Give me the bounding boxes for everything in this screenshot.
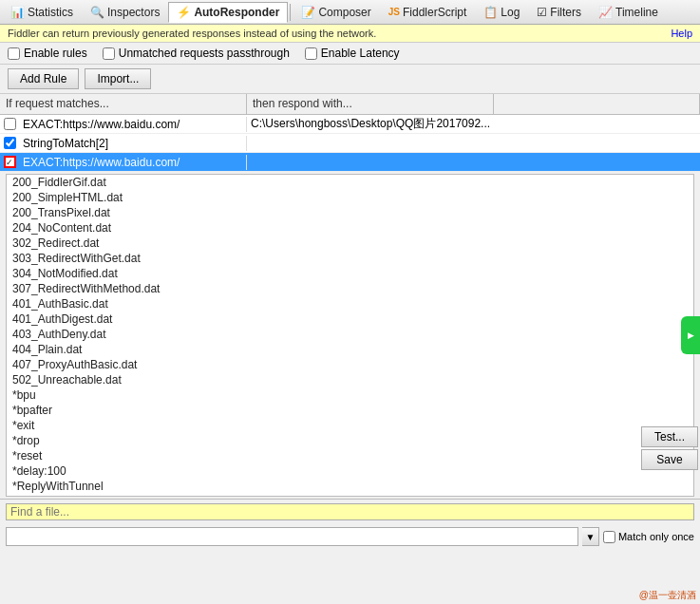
tab-composer[interactable]: 📝 Composer bbox=[293, 2, 379, 23]
table-row[interactable]: ✓ EXACT:https://www.baidu.com/ bbox=[0, 153, 700, 172]
enable-latency-label: Enable Latency bbox=[321, 47, 400, 60]
enable-latency-checkbox[interactable] bbox=[305, 47, 317, 60]
tab-filters[interactable]: ☑ Filters bbox=[528, 2, 590, 23]
combo-row: ▼ Match only once bbox=[0, 524, 700, 549]
tab-statistics[interactable]: 📊 Statistics bbox=[2, 2, 82, 23]
tab-timeline[interactable]: 📈 Timeline bbox=[590, 2, 667, 23]
dropdown-item[interactable]: *delay:100 bbox=[7, 463, 693, 479]
dropdown-item[interactable]: *reset bbox=[7, 448, 693, 463]
tab-autoresponder[interactable]: ⚡ AutoResponder bbox=[168, 2, 288, 23]
unmatched-passthrough-checkbox[interactable] bbox=[103, 47, 115, 60]
match-only-once-label: Match only once bbox=[618, 531, 694, 542]
options-bar: Enable rules Unmatched requests passthro… bbox=[0, 43, 700, 65]
col-respond-header: then respond with... bbox=[247, 94, 494, 114]
dropdown-item[interactable]: 401_AuthBasic.dat bbox=[7, 296, 693, 311]
dropdown-item[interactable]: 404_Plain.dat bbox=[7, 342, 693, 357]
col-extra-header bbox=[494, 94, 700, 114]
tab-inspectors[interactable]: 🔍 Inspectors bbox=[82, 2, 168, 23]
dropdown-item[interactable]: *bpu bbox=[7, 387, 693, 403]
response-dropdown-panel[interactable]: 200_FiddlerGif.dat200_SimpleHTML.dat200_… bbox=[6, 174, 694, 497]
dropdown-item[interactable]: 302_Redirect.dat bbox=[7, 236, 693, 251]
green-button-icon: ▶ bbox=[686, 330, 695, 340]
unmatched-passthrough-label: Unmatched requests passthrough bbox=[119, 47, 290, 60]
main-content: 200_FiddlerGif.dat200_SimpleHTML.dat200_… bbox=[0, 174, 700, 497]
timeline-icon: 📈 bbox=[598, 6, 613, 19]
dropdown-item[interactable]: 403_AuthDeny.dat bbox=[7, 327, 693, 342]
dropdown-item[interactable]: 303_RedirectWithGet.dat bbox=[7, 251, 693, 266]
dropdown-item[interactable]: 401_AuthDigest.dat bbox=[7, 311, 693, 327]
enable-rules-label: Enable rules bbox=[24, 47, 87, 60]
find-file-input[interactable] bbox=[6, 503, 694, 520]
response-combo-input[interactable] bbox=[6, 527, 578, 546]
filters-icon: ☑ bbox=[537, 6, 547, 19]
row-3-response bbox=[247, 161, 700, 163]
dropdown-item[interactable]: 304_NotModified.dat bbox=[7, 266, 693, 281]
dropdown-item[interactable]: 200_SimpleHTML.dat bbox=[7, 190, 693, 205]
dropdown-item[interactable]: *exit bbox=[7, 418, 693, 433]
row-1-checkbox[interactable] bbox=[4, 118, 16, 130]
tab-log[interactable]: 📋 Log bbox=[475, 2, 528, 23]
test-button[interactable]: Test... bbox=[641, 426, 698, 447]
watermark: @温一壶清酒 bbox=[639, 589, 696, 602]
dropdown-item[interactable]: 200_TransPixel.dat bbox=[7, 205, 693, 220]
save-button[interactable]: Save bbox=[641, 449, 698, 470]
bottom-area: ▼ Match only once bbox=[0, 499, 700, 549]
dropdown-item[interactable]: 204_NoContent.dat bbox=[7, 220, 693, 236]
match-only-once-checkbox[interactable] bbox=[603, 531, 615, 543]
right-buttons: Test... Save bbox=[639, 425, 700, 472]
dropdown-item[interactable]: *CORSPreflight Allow bbox=[7, 494, 693, 497]
enable-latency-option[interactable]: Enable Latency bbox=[305, 47, 400, 60]
dropdown-item[interactable]: 200_FiddlerGif.dat bbox=[7, 175, 693, 190]
toolbar: 📊 Statistics 🔍 Inspectors ⚡ AutoResponde… bbox=[0, 0, 700, 25]
row-2-checkbox-cell[interactable] bbox=[0, 137, 19, 149]
combo-dropdown-arrow[interactable]: ▼ bbox=[582, 527, 599, 546]
table-row[interactable]: StringToMatch[2] bbox=[0, 134, 700, 153]
row-2-match: StringToMatch[2] bbox=[19, 136, 247, 151]
row-1-checkbox-cell[interactable] bbox=[0, 118, 19, 130]
dropdown-item[interactable]: 407_ProxyAuthBasic.dat bbox=[7, 357, 693, 372]
autoresponder-icon: ⚡ bbox=[177, 6, 191, 19]
green-side-button[interactable]: ▶ bbox=[681, 316, 700, 354]
dropdown-item[interactable]: *drop bbox=[7, 433, 693, 448]
composer-icon: 📝 bbox=[301, 6, 315, 19]
row-3-match: EXACT:https://www.baidu.com/ bbox=[19, 155, 247, 170]
table-header: If request matches... then respond with.… bbox=[0, 94, 700, 115]
enable-rules-option[interactable]: Enable rules bbox=[8, 47, 87, 60]
statistics-icon: 📊 bbox=[10, 6, 25, 19]
inspectors-icon: 🔍 bbox=[90, 6, 104, 19]
find-file-row bbox=[0, 500, 700, 524]
enable-rules-checkbox[interactable] bbox=[8, 47, 20, 60]
import-button[interactable]: Import... bbox=[85, 68, 151, 89]
fiddlerscript-icon: JS bbox=[388, 7, 400, 17]
row-2-response bbox=[247, 142, 700, 144]
button-bar: Add Rule Import... bbox=[0, 65, 700, 94]
row-1-response: C:\Users\hongboss\Desktop\QQ图片2017092... bbox=[247, 115, 700, 133]
log-icon: 📋 bbox=[483, 6, 498, 19]
match-only-once-option[interactable]: Match only once bbox=[603, 531, 694, 543]
info-bar: Fiddler can return previously generated … bbox=[0, 25, 700, 43]
help-link[interactable]: Help bbox=[671, 28, 692, 39]
table-row[interactable]: EXACT:https://www.baidu.com/ C:\Users\ho… bbox=[0, 115, 700, 134]
dropdown-item[interactable]: *bpafter bbox=[7, 403, 693, 418]
watermark-text: @温一壶清酒 bbox=[639, 590, 696, 600]
row-2-checkbox[interactable] bbox=[4, 137, 16, 149]
info-message: Fiddler can return previously generated … bbox=[8, 28, 376, 39]
row-1-match: EXACT:https://www.baidu.com/ bbox=[19, 117, 247, 132]
row-3-checkbox-cell[interactable]: ✓ bbox=[0, 156, 19, 168]
row-3-red-checkbox[interactable]: ✓ bbox=[4, 156, 16, 168]
separator-1 bbox=[290, 4, 291, 21]
tab-fiddlerscript[interactable]: JS FiddlerScript bbox=[380, 2, 476, 23]
table-body: EXACT:https://www.baidu.com/ C:\Users\ho… bbox=[0, 115, 700, 172]
col-match-header: If request matches... bbox=[0, 94, 247, 114]
add-rule-button[interactable]: Add Rule bbox=[8, 68, 79, 89]
dropdown-item[interactable]: 502_Unreachable.dat bbox=[7, 372, 693, 387]
dropdown-item[interactable]: *ReplyWithTunnel bbox=[7, 479, 693, 494]
dropdown-item[interactable]: 307_RedirectWithMethod.dat bbox=[7, 281, 693, 296]
unmatched-passthrough-option[interactable]: Unmatched requests passthrough bbox=[103, 47, 290, 60]
